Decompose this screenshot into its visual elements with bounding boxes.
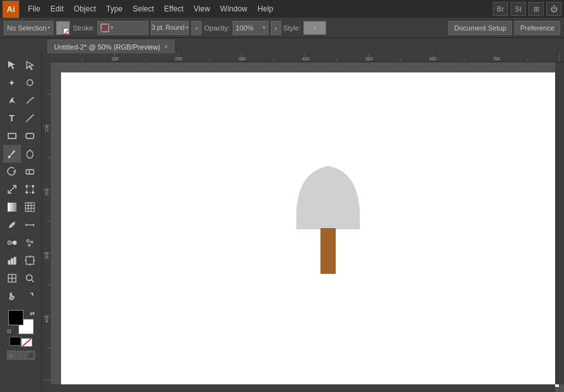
rectangle-tool[interactable]	[3, 127, 21, 145]
svg-line-47	[22, 339, 31, 346]
stroke-indicator[interactable]	[21, 338, 32, 347]
svg-rect-10	[26, 170, 34, 174]
menu-type[interactable]: Type	[101, 2, 128, 16]
rotate-view-tool[interactable]	[21, 287, 39, 305]
rounded-rect-tool[interactable]	[21, 127, 39, 145]
svg-line-12	[8, 186, 16, 193]
slice-tool[interactable]	[3, 269, 21, 287]
measure-tool[interactable]	[21, 216, 39, 234]
menubar-icon-cluster: Br St ⊞ ⏻	[493, 2, 561, 16]
tool-bottom: ⇄ ⊡ □ ⬝ ⬛	[7, 310, 35, 362]
tab-close-button[interactable]: ×	[164, 43, 168, 50]
menu-object[interactable]: Object	[69, 2, 101, 16]
svg-point-29	[13, 241, 17, 245]
rotate-tool[interactable]	[3, 163, 21, 180]
pen-tool[interactable]	[3, 91, 21, 109]
stroke-value-arrow: ▾	[186, 25, 188, 30]
artboard	[61, 72, 559, 387]
swap-colors-icon[interactable]: ⇄	[30, 310, 35, 316]
free-transform-tool[interactable]	[21, 180, 39, 198]
horizontal-ruler: 100 200 300 400 500 600 700	[51, 53, 564, 62]
stroke-color-box[interactable]: ▾	[97, 21, 148, 35]
menu-window[interactable]: Window	[215, 2, 252, 16]
fill-color-swatch[interactable]	[56, 21, 70, 35]
zoom-tool[interactable]	[21, 269, 39, 287]
mesh-tool[interactable]	[21, 198, 39, 216]
svg-point-31	[27, 240, 29, 242]
svg-point-7	[8, 156, 10, 158]
menu-view[interactable]: View	[189, 2, 216, 16]
menu-bar: Ai File Edit Object Type Select Effect V…	[0, 0, 564, 18]
style-swatch[interactable]: ▾	[303, 21, 326, 35]
type-tool[interactable]: T	[3, 109, 21, 127]
opacity-dropdown-arrow: ▾	[263, 25, 265, 30]
svg-rect-5	[8, 133, 16, 139]
bar-graph-tool[interactable]	[3, 252, 21, 269]
foreground-color-box[interactable]	[8, 310, 24, 325]
magic-wand-tool[interactable]: ✦	[3, 74, 21, 91]
direct-selection-tool[interactable]	[21, 56, 39, 74]
stroke-options-dropdown[interactable]: ›	[191, 21, 202, 35]
quick-mask-icon[interactable]: ⬝	[17, 351, 25, 360]
no-selection-dropdown[interactable]: No Selection ▾	[4, 21, 53, 35]
svg-line-0	[64, 30, 69, 35]
document-setup-button[interactable]: Document Setup	[448, 21, 512, 35]
bridge-icon[interactable]: Br	[493, 2, 508, 16]
stroke-dropdown-arrow: ▾	[111, 25, 113, 30]
svg-text:200: 200	[175, 57, 182, 61]
fill-indicator[interactable]	[10, 337, 21, 346]
document-tab[interactable]: Untitled-2* @ 50% (RGB/Preview) ×	[47, 39, 175, 53]
artboard-tool[interactable]	[21, 252, 39, 269]
svg-point-8	[27, 151, 33, 158]
screen-mode-icon[interactable]: ⬛	[26, 351, 35, 360]
vertical-ruler: 100 200 300 400	[42, 62, 51, 392]
tool-row-13	[0, 269, 41, 287]
lasso-tool[interactable]	[21, 74, 39, 91]
opacity-expand[interactable]: ›	[271, 21, 281, 35]
svg-line-4	[26, 114, 34, 122]
blend-tool[interactable]	[3, 234, 21, 252]
opacity-value-box[interactable]: 100% ▾	[233, 21, 268, 35]
svg-point-32	[31, 241, 32, 243]
vertical-scrollbar[interactable]	[555, 62, 564, 384]
svg-point-15	[32, 186, 33, 187]
shovel-illustration	[284, 153, 373, 275]
ruler-corner	[42, 53, 51, 62]
horizontal-scrollbar[interactable]	[51, 384, 555, 392]
reset-colors-icon[interactable]: ⊡	[7, 328, 11, 334]
line-tool[interactable]	[21, 109, 39, 127]
selection-tool[interactable]	[3, 56, 21, 74]
symbol-sprayer-tool[interactable]	[21, 234, 39, 252]
menu-edit[interactable]: Edit	[45, 2, 69, 16]
tool-row-11	[0, 234, 41, 252]
svg-text:300: 300	[45, 252, 49, 259]
svg-rect-13	[27, 186, 33, 193]
scale-tool[interactable]	[3, 180, 21, 198]
power-icon[interactable]: ⏻	[546, 2, 561, 16]
svg-line-2	[101, 24, 109, 32]
normal-mode-icon[interactable]: □	[7, 351, 16, 360]
stock-icon[interactable]: St	[511, 2, 526, 16]
menu-help[interactable]: Help	[252, 2, 279, 16]
pencil-tool[interactable]	[21, 91, 39, 109]
tool-row-2: ✦	[0, 74, 41, 91]
menu-select[interactable]: Select	[128, 2, 159, 16]
eraser-tool[interactable]	[21, 163, 39, 180]
svg-point-17	[32, 192, 33, 193]
preferences-button[interactable]: Preference	[514, 21, 560, 35]
hand-tool[interactable]	[3, 287, 21, 305]
stroke-fill-indicator	[10, 337, 32, 347]
style-dropdown-arrow: ▾	[313, 25, 316, 30]
grid-icon[interactable]: ⊞	[528, 2, 544, 16]
eyedropper-tool[interactable]	[3, 216, 21, 234]
blob-brush-tool[interactable]	[21, 145, 39, 163]
stroke-value-box[interactable]: 3 pt. Round ▾	[151, 21, 189, 35]
menu-effect[interactable]: Effect	[159, 2, 188, 16]
svg-point-33	[28, 245, 30, 247]
paintbrush-tool[interactable]	[3, 145, 21, 163]
gradient-tool[interactable]	[3, 198, 21, 216]
view-mode-controls: □ ⬝ ⬛	[7, 351, 35, 360]
tool-row-12	[0, 252, 41, 269]
svg-line-3	[27, 98, 32, 104]
menu-file[interactable]: File	[23, 2, 45, 16]
